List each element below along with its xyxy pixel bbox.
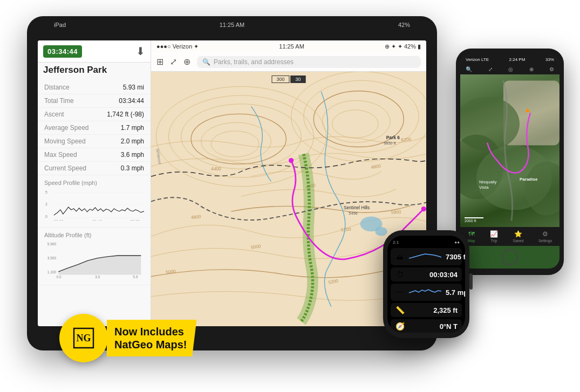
settings-tab-label: Settings <box>538 239 552 243</box>
sidebar-header: 03:34:44 ⬇ <box>38 40 151 63</box>
watch-row-speed: 〰 5.7 mph <box>391 284 462 301</box>
svg-text:0: 0 <box>45 215 47 218</box>
altitude-chart-section: Altitude Profile (ft) 5,900 3,500 1,100 … <box>38 228 151 285</box>
svg-text:6850 ft: 6850 ft <box>384 141 396 146</box>
iphone-tab-saved[interactable]: ⭐ Saved <box>513 230 523 243</box>
stat-row: Distance5.93 mi <box>38 81 151 94</box>
iphone-add-icon[interactable]: ⊕ <box>529 66 534 72</box>
map-status-time: 11:25 AM <box>279 43 304 50</box>
iphone-tab-map[interactable]: 🗺 Map <box>468 230 475 243</box>
saved-tab-label: Saved <box>513 239 523 243</box>
watch-status-icons: ●● <box>454 240 460 245</box>
speed-chart-section: Speed Profile (mph) 5 2 0 <box>38 175 151 228</box>
svg-marker-12 <box>58 256 141 274</box>
apple-watch-device: 2:1 ●● ⛰ 7305 ft ⏱ 00:03:04 <box>383 230 469 338</box>
map-tab-icon: 🗺 <box>468 230 475 238</box>
iphone-settings-icon[interactable]: ⚙ <box>549 66 554 72</box>
ipad-time: 11:25 AM <box>220 22 244 28</box>
svg-text:1,100: 1,100 <box>47 270 57 274</box>
watch-time: 2:1 <box>393 240 399 245</box>
svg-text:Park 6: Park 6 <box>386 135 400 140</box>
settings-tab-icon: ⚙ <box>542 230 548 238</box>
stat-label: Distance <box>44 84 70 91</box>
search-bar[interactable]: 🔍 Parks, trails, and addresses <box>197 56 421 68</box>
map-statusbar: ●●●○ Verizon ✦ 11:25 AM ⊕ ✦ ✦ 42% ▮ <box>151 40 426 52</box>
map-status-right: ⊕ ✦ ✦ 42% ▮ <box>385 43 421 50</box>
sidebar-stats: Distance5.93 miTotal Time03:34:44Ascent1… <box>38 78 151 326</box>
svg-text:5: 5 <box>45 190 47 194</box>
iphone-target-icon[interactable]: ◎ <box>508 66 513 72</box>
trip-tab-icon: 📈 <box>490 230 498 238</box>
svg-text:5.9: 5.9 <box>133 275 138 278</box>
svg-text:3,500: 3,500 <box>47 256 57 260</box>
stat-row: Total Time03:34:44 <box>38 94 151 108</box>
watch-statusbar: 2:1 ●● <box>391 239 462 246</box>
saved-tab-icon: ⭐ <box>514 230 522 238</box>
watch-crown <box>469 273 473 290</box>
map-scale: 300 30 <box>271 75 305 83</box>
iphone-expand-icon[interactable]: ⤢ <box>488 66 493 72</box>
iphone-time: 2:24 PM <box>509 57 526 62</box>
svg-text:5800: 5800 <box>391 209 401 215</box>
stat-row: Max Speed3.6 mph <box>38 148 151 162</box>
iphone-device: Verizon LTE 2:24 PM 33% 🔍 ⤢ ◎ ⊕ ⚙ <box>456 49 564 275</box>
map-tab-label: Map <box>468 239 475 243</box>
stat-row: Moving Speed2.0 mph <box>38 135 151 148</box>
stat-value: 1.7 mph <box>121 124 144 132</box>
iphone-tab-trip[interactable]: 📈 Trip <box>490 230 498 243</box>
natgeo-line2: NatGeo Maps! <box>114 338 187 351</box>
stat-value: 5.93 mi <box>123 84 144 91</box>
add-waypoint-icon[interactable]: ⊕ <box>183 57 190 67</box>
iphone-map-toolbar: 🔍 ⤢ ◎ ⊕ ⚙ <box>460 64 559 74</box>
watch-elevation-value: 7305 ft <box>446 253 465 261</box>
stat-label: Moving Speed <box>44 137 86 145</box>
stat-value: 0.3 mph <box>121 164 144 172</box>
ipad-battery: 42% <box>398 22 410 28</box>
svg-point-39 <box>375 227 387 236</box>
iphone-statusbar: Verizon LTE 2:24 PM 33% <box>460 55 559 64</box>
watch-screen: 2:1 ●● ⛰ 7305 ft ⏱ 00:03:04 <box>387 236 465 333</box>
altitude-chart-title: Altitude Profile (ft) <box>44 232 144 238</box>
iphone-map-scale: 2000 ft <box>465 217 483 223</box>
map-toolbar: ⊞ ⤢ ⊕ 🔍 Parks, trails, and addresses <box>151 52 426 72</box>
stat-label: Total Time <box>44 97 74 105</box>
map-status-left: ●●●○ Verizon ✦ <box>156 43 199 50</box>
iphone-search-icon[interactable]: 🔍 <box>466 66 472 72</box>
fullscreen-icon[interactable]: ⤢ <box>170 57 177 67</box>
svg-text:0.0: 0.0 <box>57 275 62 278</box>
svg-text:Vista: Vista <box>479 185 489 190</box>
watch-row-elevation: ⛰ 7305 ft <box>391 248 462 265</box>
stat-label: Average Speed <box>44 124 89 132</box>
svg-text:Nisqually: Nisqually <box>479 180 496 184</box>
sidebar-panel: 03:34:44 ⬇ Jefferson Park Distance5.93 m… <box>38 40 151 326</box>
svg-text:6200: 6200 <box>401 136 412 143</box>
stat-value: 1,742 ft (-98) <box>107 111 144 118</box>
svg-text:4800: 4800 <box>190 214 201 220</box>
stat-label: Ascent <box>44 111 64 118</box>
svg-text:▲: ▲ <box>524 105 531 114</box>
svg-point-40 <box>289 158 294 163</box>
layers-icon[interactable]: ⊞ <box>156 57 163 67</box>
natgeo-text-box: Now Includes NatGeo Maps! <box>107 320 196 356</box>
iphone-map-area: ▲ Nisqually Vista Paradise 2000 ft <box>460 74 559 227</box>
iphone-home-button[interactable] <box>502 249 518 265</box>
stat-value: 03:34:44 <box>119 97 144 105</box>
stat-row: Ascent1,742 ft (-98) <box>38 108 151 121</box>
stat-row: Average Speed1.7 mph <box>38 121 151 135</box>
search-placeholder: Parks, trails, and addresses <box>214 58 294 66</box>
svg-text:5,900: 5,900 <box>47 242 57 246</box>
stat-label: Max Speed <box>44 151 77 159</box>
watch-distance-value: 2,325 ft <box>433 306 458 314</box>
satellite-map: ▲ Nisqually Vista Paradise 2000 ft <box>460 74 559 227</box>
watch-speed-icon: 〰 <box>395 288 405 297</box>
iphone-tab-bar: 🗺 Map 📈 Trip ⭐ Saved ⚙ Settings <box>460 227 559 246</box>
trip-tab-label: Trip <box>491 239 497 243</box>
profile-icon[interactable]: ⬇ <box>136 45 145 58</box>
svg-text:Sentinel Hills: Sentinel Hills <box>344 205 370 210</box>
ipad-statusbar: iPad 11:25 AM 42% <box>27 22 437 28</box>
svg-text:03:33: 03:33 <box>130 219 140 221</box>
iphone-tab-settings[interactable]: ⚙ Settings <box>538 230 552 243</box>
watch-row-time: ⏱ 00:03:04 <box>391 267 462 281</box>
stat-label: Current Speed <box>44 164 86 172</box>
track-time-badge: 03:34:44 <box>43 45 82 58</box>
